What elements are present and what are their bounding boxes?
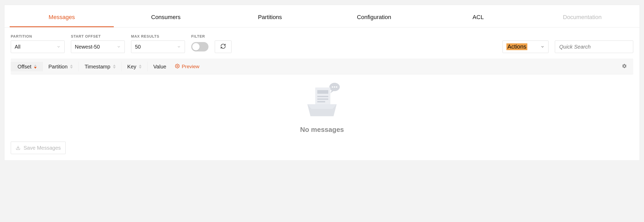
column-label: Value <box>153 64 166 70</box>
svg-marker-7 <box>139 67 142 69</box>
save-messages-button: Save Messages <box>11 142 66 154</box>
actions-dropdown[interactable]: Actions <box>502 40 549 53</box>
topic-panel: Messages Consumers Partitions Configurat… <box>4 5 640 161</box>
sort-icon <box>113 65 116 69</box>
sort-icon <box>34 65 37 69</box>
tab-label: Messages <box>49 14 75 20</box>
gear-icon <box>622 63 627 70</box>
tab-documentation: Documentation <box>530 7 634 27</box>
svg-rect-19 <box>317 101 325 102</box>
max-results-select-value: 50 <box>135 44 141 50</box>
tab-label: Documentation <box>563 14 602 20</box>
tab-label: Partitions <box>258 14 282 20</box>
start-offset-select[interactable]: Newest-50 <box>71 40 125 53</box>
svg-point-11 <box>332 86 333 87</box>
field-max-results: MAX RESULTS 50 <box>131 34 185 53</box>
svg-marker-3 <box>70 67 73 69</box>
column-key[interactable]: Key <box>122 62 148 71</box>
svg-marker-4 <box>113 65 116 66</box>
svg-marker-20 <box>307 104 337 109</box>
column-label: Partition <box>48 64 67 70</box>
quick-search[interactable] <box>555 40 633 53</box>
tab-label: Configuration <box>357 14 391 20</box>
gear-icon <box>175 64 180 70</box>
column-partition[interactable]: Partition <box>43 62 79 71</box>
svg-marker-5 <box>113 67 116 69</box>
refresh-icon <box>220 43 226 50</box>
sort-icon <box>70 65 73 69</box>
save-messages-label: Save Messages <box>24 145 61 151</box>
column-label: Key <box>127 64 136 70</box>
refresh-button[interactable] <box>215 40 231 53</box>
start-offset-select-value: Newest-50 <box>75 44 100 50</box>
actions-label: Actions <box>506 43 527 50</box>
field-start-offset: START OFFSET Newest-50 <box>71 34 125 53</box>
column-label: Timestamp <box>84 64 110 70</box>
tab-label: ACL <box>473 14 484 20</box>
label-max-results: MAX RESULTS <box>131 34 185 38</box>
search-input[interactable] <box>559 44 629 50</box>
svg-marker-1 <box>34 67 37 69</box>
table-header: Offset Partition Timestamp <box>11 59 633 74</box>
field-filter: FILTER <box>191 34 231 53</box>
svg-marker-2 <box>70 65 73 66</box>
svg-point-12 <box>334 86 335 87</box>
svg-rect-21 <box>310 109 334 116</box>
svg-point-13 <box>336 86 337 87</box>
field-partition: PARTITION All <box>11 34 65 53</box>
footer: Save Messages <box>4 142 640 160</box>
tabs: Messages Consumers Partitions Configurat… <box>4 5 640 27</box>
label-filter: FILTER <box>191 34 231 38</box>
svg-rect-18 <box>317 98 328 100</box>
svg-point-8 <box>177 65 178 67</box>
svg-rect-16 <box>317 90 328 94</box>
download-icon <box>16 145 20 150</box>
tab-messages[interactable]: Messages <box>10 7 114 27</box>
label-start-offset: START OFFSET <box>71 34 125 38</box>
tab-acl[interactable]: ACL <box>426 7 530 27</box>
empty-state: No messages <box>4 74 640 142</box>
partition-select[interactable]: All <box>11 40 65 53</box>
tab-label: Consumers <box>151 14 180 20</box>
svg-rect-17 <box>317 96 328 97</box>
empty-text: No messages <box>300 126 344 134</box>
svg-marker-6 <box>139 65 142 66</box>
svg-marker-0 <box>34 65 37 66</box>
empty-inbox-icon <box>301 82 343 121</box>
label-partition: PARTITION <box>11 34 65 38</box>
column-timestamp[interactable]: Timestamp <box>79 62 121 71</box>
tab-configuration[interactable]: Configuration <box>322 7 426 27</box>
table-settings-button[interactable] <box>620 62 629 71</box>
column-offset[interactable]: Offset <box>11 62 43 71</box>
controls-row: PARTITION All START OFFSET Newest-50 <box>4 27 640 58</box>
max-results-select[interactable]: 50 <box>131 40 185 53</box>
preview-label: Preview <box>182 64 200 69</box>
tab-consumers[interactable]: Consumers <box>114 7 218 27</box>
partition-select-value: All <box>15 44 20 50</box>
tab-partitions[interactable]: Partitions <box>218 7 322 27</box>
chevron-down-icon <box>117 45 121 49</box>
column-value[interactable]: Value <box>148 62 171 71</box>
column-label: Offset <box>18 64 31 70</box>
preview-button[interactable]: Preview <box>172 62 203 72</box>
chevron-down-icon <box>177 45 181 49</box>
filter-toggle[interactable] <box>191 42 208 51</box>
chevron-down-icon <box>540 45 545 49</box>
sort-icon <box>139 65 142 69</box>
chevron-down-icon <box>57 45 61 49</box>
